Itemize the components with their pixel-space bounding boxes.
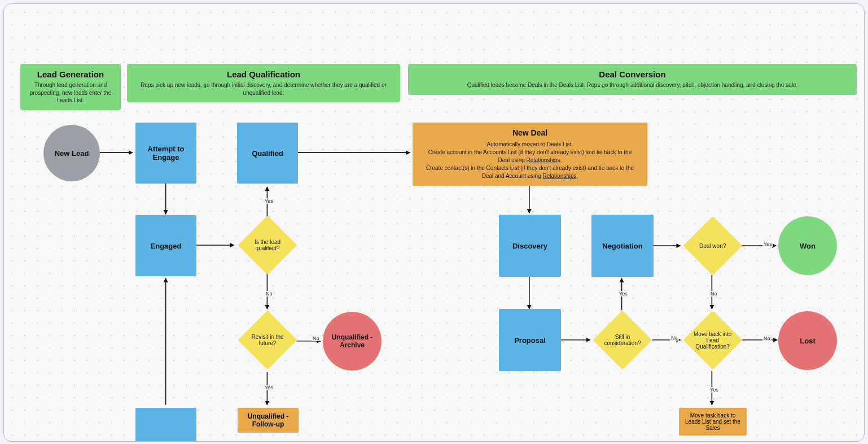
edge-label: Yes [264,198,274,204]
node-qualified[interactable]: Qualified [237,123,298,184]
edge-label: Yes [618,291,629,297]
decision-is-qualified[interactable]: Is the lead qualified? [238,216,297,275]
edge-label: No [312,336,321,341]
header-title: Lead Generation [28,69,113,79]
header-deal-conversion: Deal Conversion Qualified leads become D… [408,64,857,95]
edge-label: No [762,336,771,341]
header-desc: Reps pick up new leads, go through initi… [135,81,392,97]
node-discovery[interactable]: Discovery [499,215,561,277]
header-title: Lead Qualification [135,69,392,79]
new-deal-line2: Create account in the Accounts List (if … [423,149,637,164]
relationships-link[interactable]: Relationships [527,157,560,163]
new-deal-line3: Create contact(s) in the Contacts List (… [423,164,637,180]
header-desc: Through lead generation and prospecting,… [28,81,113,105]
decision-deal-won[interactable]: Deal won? [683,216,743,276]
new-deal-line1: Automatically moved to Deals List. [487,141,573,149]
decision-revisit[interactable]: Revisit in the future? [238,311,297,370]
edge-label: No [265,291,274,297]
header-title: Deal Conversion [416,69,849,79]
decision-still-consideration[interactable]: Still in consideration? [593,311,652,370]
decision-move-back[interactable]: Move back into Lead Qualification? [683,311,743,370]
header-lead-generation: Lead Generation Through lead generation … [20,64,121,110]
node-unqualified-archive[interactable]: Unqualified - Archive [323,312,382,371]
node-won[interactable]: Won [778,216,837,275]
header-lead-qualification: Lead Qualification Reps pick up new lead… [127,64,400,102]
flowchart-canvas[interactable]: Lead Generation Through lead generation … [4,4,864,441]
node-lost[interactable]: Lost [778,311,837,370]
node-unqualified-followup[interactable]: Unqualified - Follow-up [238,408,299,433]
node-engaged-loop[interactable] [135,408,196,442]
node-proposal[interactable]: Proposal [499,309,561,371]
header-desc: Qualified leads become Deals in the Deal… [416,81,849,89]
node-new-deal[interactable]: New Deal Automatically moved to Deals Li… [413,123,647,186]
edge-label: Yes [762,241,773,247]
edge-label: No [709,291,718,297]
node-move-task[interactable]: Move task back to Leads List and set the… [679,408,747,436]
relationships-link[interactable]: Relationships [543,173,577,179]
node-negotiation[interactable]: Negotiation [591,215,654,277]
edge-label: No [670,335,679,341]
node-attempt-engage[interactable]: Attempt to Engage [135,123,196,184]
new-deal-title: New Deal [512,128,547,137]
node-new-lead[interactable]: New Lead [43,125,100,181]
node-engaged[interactable]: Engaged [135,215,196,276]
diagram-frame: Lead Generation Through lead generation … [3,3,865,442]
edge-label: Yes [264,385,274,390]
edge-label: Yes [709,387,720,393]
